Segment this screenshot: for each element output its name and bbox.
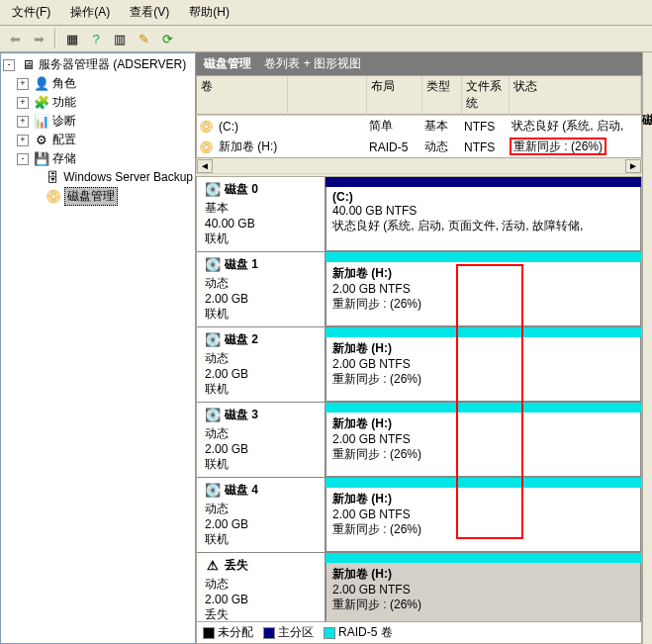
scroll-left-icon[interactable]: ◄ (197, 159, 213, 173)
disk-title: 磁盘 1 (225, 256, 258, 273)
toolbar-separator (54, 29, 56, 48)
expand-icon[interactable]: + (17, 97, 29, 109)
disk-allocation[interactable]: 新加卷 (H:)2.00 GB NTFS重新同步 : (26%) (326, 553, 641, 627)
col-filesystem[interactable]: 文件系统 (462, 76, 510, 115)
tree-root[interactable]: - 🖥 服务器管理器 (ADSERVER) (3, 55, 193, 74)
disk-stripe (326, 327, 641, 337)
panel-title: 磁盘管理 (204, 56, 251, 70)
disk-stripe (326, 553, 641, 563)
tree-diag-label: 诊断 (52, 113, 76, 130)
disk-row[interactable]: 💽磁盘 3动态2.00 GB联机新加卷 (H:)2.00 GB NTFS重新同步… (197, 403, 641, 478)
scrollbar-horizontal[interactable]: ◄ ► (196, 158, 642, 174)
disk-title: 磁盘 2 (225, 331, 258, 348)
help-topics-button[interactable]: ? (85, 28, 107, 49)
volume-box[interactable]: (C:)40.00 GB NTFS状态良好 (系统, 启动, 页面文件, 活动,… (326, 187, 641, 251)
tree-roles[interactable]: + 👤 角色 (17, 74, 193, 93)
disk-allocation[interactable]: 新加卷 (H:)2.00 GB NTFS重新同步 : (26%) (326, 327, 641, 402)
volume-box[interactable]: 新加卷 (H:)2.00 GB NTFS重新同步 : (26%) (326, 337, 641, 402)
volume-box[interactable]: 新加卷 (H:)2.00 GB NTFS重新同步 : (26%) (326, 563, 641, 627)
disk-row[interactable]: 💽磁盘 1动态2.00 GB联机新加卷 (H:)2.00 GB NTFS重新同步… (197, 252, 641, 327)
disk-row[interactable]: 💽磁盘 4动态2.00 GB联机新加卷 (H:)2.00 GB NTFS重新同步… (197, 478, 641, 553)
nav-forward-button[interactable]: ➡ (28, 28, 49, 49)
menu-file[interactable]: 文件(F) (6, 2, 56, 23)
volume-table-header[interactable]: 卷 布局 类型 文件系统 状态 (196, 75, 642, 116)
diskmgmt-icon: 📀 (46, 189, 61, 205)
disk-info-box: 💽磁盘 2动态2.00 GB联机 (197, 327, 326, 402)
expand-icon[interactable]: + (17, 78, 29, 90)
collapse-icon[interactable]: - (3, 59, 15, 71)
volume-box[interactable]: 新加卷 (H:)2.00 GB NTFS重新同步 : (26%) (326, 488, 641, 552)
properties-button[interactable]: ✎ (133, 28, 154, 49)
vol-extra: 重新同步 : (26%) (332, 597, 634, 613)
volume-box[interactable]: 新加卷 (H:)2.00 GB NTFS重新同步 : (26%) (326, 262, 641, 326)
disk-icon: 💽 (205, 257, 221, 273)
vol-extra: 重新同步 : (26%) (332, 521, 634, 538)
disk-type: 动态 (205, 425, 317, 442)
navigation-tree[interactable]: - 🖥 服务器管理器 (ADSERVER) + 👤 角色 + 🧩 功能 + 📊 (0, 52, 196, 644)
backup-icon: 🗄 (46, 169, 61, 185)
tree-config-label: 配置 (52, 132, 76, 148)
view-icons-button[interactable]: ▦ (61, 28, 83, 49)
vol-extra: 状态良好 (系统, 启动, 页面文件, 活动, 故障转储, (332, 218, 634, 234)
table-row[interactable]: 📀 (C:) 简单 基本 NTFS 状态良好 (系统, 启动, (197, 116, 641, 137)
nav-back-button[interactable]: ⬅ (4, 28, 26, 49)
disk-row[interactable]: 💽磁盘 0基本40.00 GB联机(C:)40.00 GB NTFS状态良好 (… (197, 177, 641, 252)
vol-detail: 40.00 GB NTFS (332, 204, 634, 218)
disk-stripe (326, 478, 641, 488)
disk-allocation[interactable]: 新加卷 (H:)2.00 GB NTFS重新同步 : (26%) (326, 403, 641, 477)
tree-wsb-label: Windows Server Backup (63, 170, 193, 184)
disk-allocation[interactable]: 新加卷 (H:)2.00 GB NTFS重新同步 : (26%) (326, 252, 641, 326)
cell-name: 新加卷 (H:) (215, 138, 365, 156)
vol-detail: 2.00 GB NTFS (332, 583, 634, 597)
vol-name: 新加卷 (H:) (332, 566, 392, 583)
vol-detail: 2.00 GB NTFS (332, 507, 634, 521)
disk-allocation[interactable]: 新加卷 (H:)2.00 GB NTFS重新同步 : (26%) (326, 478, 641, 552)
tree-roles-label: 角色 (52, 75, 76, 92)
disk-stripe (326, 177, 641, 187)
disk-size: 2.00 GB (205, 292, 317, 306)
tree-storage[interactable]: - 💾 存储 (17, 149, 193, 168)
col-status[interactable]: 状态 (510, 76, 641, 115)
cell-status-highlighted: 重新同步 : (26%) (508, 138, 610, 156)
refresh-button[interactable]: ⟳ (156, 28, 178, 49)
menu-help[interactable]: 帮助(H) (183, 2, 235, 23)
volume-box[interactable]: 新加卷 (H:)2.00 GB NTFS重新同步 : (26%) (326, 413, 641, 477)
collapse-icon[interactable]: - (17, 153, 29, 165)
right-panel-edge: 磁 (642, 52, 652, 644)
vol-name: 新加卷 (H:) (332, 265, 392, 282)
col-volume[interactable]: 卷 (197, 76, 288, 115)
panel-header: 磁盘管理 卷列表 + 图形视图 (196, 52, 642, 75)
disk-row[interactable]: 💽磁盘 2动态2.00 GB联机新加卷 (H:)2.00 GB NTFS重新同步… (197, 327, 641, 403)
disk-row[interactable]: ⚠丢失动态2.00 GB丢失新加卷 (H:)2.00 GB NTFS重新同步 :… (197, 553, 641, 628)
vol-extra: 重新同步 : (26%) (332, 446, 634, 463)
disk-type: 动态 (205, 350, 317, 367)
tree-diskmgmt[interactable]: 📀 磁盘管理 (31, 186, 193, 207)
vol-extra: 重新同步 : (26%) (332, 296, 634, 313)
expand-icon[interactable]: + (17, 135, 29, 146)
tree-wsb[interactable]: 🗄 Windows Server Backup (31, 168, 193, 186)
scroll-right-icon[interactable]: ► (625, 159, 641, 173)
disk-size: 40.00 GB (205, 217, 317, 230)
legend-raid5: RAID-5 卷 (324, 624, 393, 641)
disk-allocation[interactable]: (C:)40.00 GB NTFS状态良好 (系统, 启动, 页面文件, 活动,… (326, 177, 641, 251)
disk-icon: 💽 (205, 408, 221, 423)
col-type[interactable]: 类型 (422, 76, 462, 115)
disk-size: 2.00 GB (205, 367, 317, 381)
disk-state: 联机 (205, 306, 317, 322)
disk-info-box: 💽磁盘 1动态2.00 GB联机 (197, 252, 326, 326)
features-icon: 🧩 (34, 95, 49, 111)
menu-action[interactable]: 操作(A) (64, 2, 116, 23)
expand-icon[interactable]: + (17, 116, 29, 128)
cell-fs: NTFS (460, 139, 508, 155)
cell-layout: 简单 (365, 117, 420, 136)
col-layout[interactable]: 布局 (367, 76, 422, 115)
menu-view[interactable]: 查看(V) (124, 2, 175, 23)
table-row[interactable]: 📀 新加卷 (H:) RAID-5 动态 NTFS 重新同步 : (26%) (197, 137, 641, 157)
tree-config[interactable]: + ⚙ 配置 (17, 131, 193, 149)
view-detail-button[interactable]: ▥ (109, 28, 131, 49)
volume-icon: 📀 (197, 120, 215, 134)
tree-features[interactable]: + 🧩 功能 (17, 93, 193, 112)
disk-stripe (326, 403, 641, 413)
disk-icon: 💽 (205, 483, 221, 499)
tree-diagnostics[interactable]: + 📊 诊断 (17, 112, 193, 131)
